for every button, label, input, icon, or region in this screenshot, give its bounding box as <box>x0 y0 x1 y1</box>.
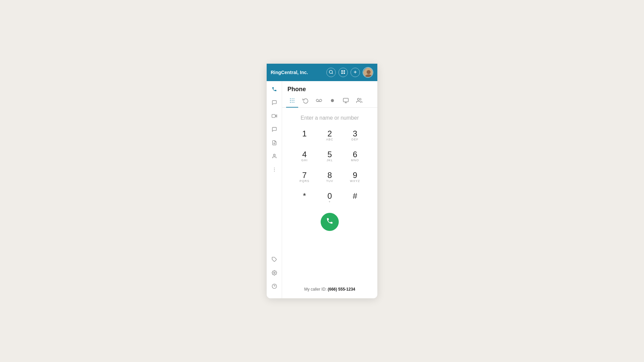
svg-point-26 <box>290 100 291 101</box>
contacts-tab-icon <box>356 98 362 105</box>
dialpad-letters: TUV <box>326 179 333 183</box>
grid-icon <box>341 70 345 75</box>
dialpad-digit: 1 <box>302 130 307 138</box>
dialpad-key-3[interactable]: 3 DEF <box>343 126 367 145</box>
sidebar-top <box>269 84 280 254</box>
sidebar-item-phone[interactable] <box>269 84 280 95</box>
dialpad-section: Enter a name or number 1 2 ABC 3 DEF 4 G… <box>282 108 377 298</box>
dialpad-key-8[interactable]: 8 TUV <box>318 168 341 187</box>
svg-point-30 <box>292 102 292 103</box>
dialpad-digit: 3 <box>353 130 357 138</box>
caller-id-number: (666) 555-1234 <box>328 287 355 292</box>
sidebar-item-puzzle[interactable] <box>269 254 280 265</box>
tab-recents[interactable] <box>300 96 312 108</box>
svg-point-23 <box>290 99 291 99</box>
svg-marker-11 <box>275 115 277 117</box>
svg-rect-36 <box>343 98 348 102</box>
tab-screen[interactable] <box>340 96 352 108</box>
sidebar-item-more[interactable] <box>269 164 280 175</box>
dialpad-key-9[interactable]: 9 WXYZ <box>343 168 367 187</box>
dialpad-letters: MNO <box>351 159 359 163</box>
svg-rect-4 <box>341 72 343 74</box>
dialpad-key-7[interactable]: 7 PQRS <box>293 168 316 187</box>
dialpad-key-0[interactable]: 0 + <box>318 189 341 207</box>
dialpad-letters: + <box>329 200 331 204</box>
add-button[interactable] <box>351 68 360 77</box>
dialpad-letters: WXYZ <box>350 179 360 183</box>
grid-button[interactable] <box>338 68 348 77</box>
history-tab-icon <box>303 98 309 105</box>
dialpad-key-5[interactable]: 5 JKL <box>318 147 341 166</box>
call-button[interactable] <box>321 213 339 231</box>
sidebar-item-person[interactable] <box>269 151 280 162</box>
sidebar-item-video[interactable] <box>269 111 280 121</box>
call-icon <box>326 217 333 227</box>
search-icon <box>329 70 333 75</box>
voicemail-tab-icon <box>316 98 322 105</box>
person-icon <box>272 154 277 159</box>
comments-icon <box>272 127 277 132</box>
dialpad-grid: 1 2 ABC 3 DEF 4 GHI 5 JKL 6 MNO 7 PQRS 8… <box>293 126 367 207</box>
dialpad-key-1[interactable]: 1 <box>293 126 316 145</box>
svg-point-32 <box>316 99 319 102</box>
more-icon <box>272 167 277 172</box>
sidebar-item-help[interactable] <box>269 281 280 292</box>
svg-rect-5 <box>343 72 345 74</box>
dialpad-digit: 6 <box>353 150 357 159</box>
sidebar-item-notes[interactable] <box>269 137 280 148</box>
tab-voicemail[interactable] <box>313 96 325 108</box>
search-button[interactable] <box>326 68 336 77</box>
dialpad-digit: 2 <box>327 130 332 138</box>
tab-recording[interactable] <box>326 96 338 108</box>
svg-rect-3 <box>343 70 345 71</box>
svg-point-27 <box>292 100 292 101</box>
panel-wrapper-panel-dialpad: RingCentral, Inc. <box>267 64 377 298</box>
svg-point-9 <box>367 70 371 74</box>
sidebar-item-gear[interactable] <box>269 267 280 278</box>
dialpad-key-2[interactable]: 2 ABC <box>318 126 341 145</box>
dialpad-key-#[interactable]: # <box>343 189 367 207</box>
dialpad-digit: # <box>353 192 357 200</box>
dialpad-letters: PQRS <box>300 179 310 183</box>
dialpad-digit: 5 <box>327 150 332 159</box>
svg-point-31 <box>293 102 294 103</box>
svg-point-24 <box>292 99 292 99</box>
svg-point-16 <box>274 168 275 168</box>
sidebar-bottom <box>269 254 280 295</box>
svg-point-39 <box>358 98 360 100</box>
call-button-wrap <box>321 213 339 231</box>
phone-title: Phone <box>282 81 377 96</box>
dialpad-key-4[interactable]: 4 GHI <box>293 147 316 166</box>
puzzle-icon <box>272 257 277 262</box>
phone-tabs <box>282 96 377 108</box>
dialpad-input[interactable]: Enter a name or number <box>289 111 371 125</box>
svg-point-18 <box>274 171 275 172</box>
dialpad-digit: 0 <box>327 192 332 200</box>
svg-point-29 <box>290 102 291 103</box>
svg-rect-2 <box>341 70 343 71</box>
dialpad-digit: 7 <box>302 171 307 179</box>
dialpad-letters: DEF <box>352 138 359 142</box>
sidebar-item-chat-bubble[interactable] <box>269 97 280 108</box>
header-title: RingCentral, Inc. <box>271 70 326 75</box>
dialpad-key-6[interactable]: 6 MNO <box>343 147 367 166</box>
svg-point-33 <box>320 99 322 102</box>
svg-point-25 <box>293 99 294 99</box>
tab-contacts[interactable] <box>353 96 365 108</box>
svg-point-20 <box>274 272 275 274</box>
dialpad-digit: 8 <box>327 171 332 179</box>
user-avatar[interactable] <box>363 67 373 78</box>
dialpad-key-*[interactable]: * <box>293 189 316 207</box>
svg-point-15 <box>273 154 275 156</box>
dialpad-tab-icon <box>289 98 295 105</box>
svg-rect-12 <box>272 114 275 117</box>
sidebar-item-comments[interactable] <box>269 124 280 135</box>
dialpad-digit: 4 <box>302 150 307 159</box>
caller-id: My caller ID: (666) 555-1234 <box>304 284 355 295</box>
panel-panel-dialpad: Phone Enter a name or number 1 2 ABC 3 D… <box>267 64 377 298</box>
dialpad-letters: JKL <box>327 159 333 163</box>
message-icon <box>272 100 277 105</box>
video-icon <box>272 113 277 119</box>
tab-dialpad[interactable] <box>286 96 298 108</box>
panel-header: RingCentral, Inc. <box>267 64 377 81</box>
